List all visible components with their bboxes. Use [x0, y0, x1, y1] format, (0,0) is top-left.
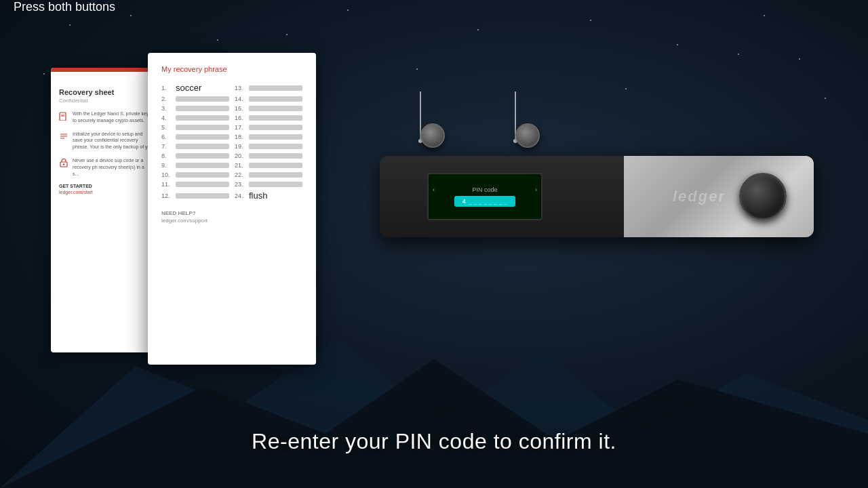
word-num-10: 10. [161, 171, 174, 178]
word-num-24: 24. [235, 192, 247, 199]
word-item-21: 21. [235, 162, 302, 169]
word-text-24: flush [249, 190, 267, 201]
pin-entered-digit: 4 [462, 198, 466, 205]
word-num-19: 19. [235, 143, 247, 150]
word-blur-12 [176, 193, 229, 199]
word-blur-18 [249, 134, 302, 140]
rp-help-link: ledger.com/support [161, 218, 302, 224]
recovery-phrase-title: My recovery phrase [161, 65, 302, 73]
sheet-confidential: Confidential [59, 98, 151, 104]
sheet-section-2: Initialize your device to setup and save… [59, 131, 151, 150]
word-blur-8 [176, 153, 229, 159]
screen-nav: ‹ PIN code › [429, 186, 541, 193]
word-item-13: 13. [235, 83, 302, 93]
device-right-button[interactable] [515, 123, 540, 148]
word-blur-23 [249, 182, 302, 187]
word-num-1: 1. [161, 85, 174, 92]
word-item-20: 20. [235, 152, 302, 159]
sheet-title: Recovery sheet [59, 88, 151, 96]
word-num-8: 8. [161, 152, 174, 159]
ledger-logo: ledger [673, 188, 726, 205]
word-num-9: 9. [161, 162, 174, 169]
word-item-22: 22. [235, 171, 302, 178]
word-item-17: 17. [235, 124, 302, 131]
word-num-2: 2. [161, 96, 174, 102]
word-num-18: 18. [235, 134, 247, 140]
sheet-section-3: Never use a device sup code or a recover… [59, 157, 151, 177]
word-item-7: 7. [161, 143, 229, 150]
word-grid: 1. soccer 13. 2. 14. 3. 15. 4. 1 [161, 83, 302, 201]
word-item-14: 14. [235, 96, 302, 102]
word-blur-14 [249, 96, 302, 102]
word-item-10: 10. [161, 171, 229, 178]
word-blur-6 [176, 134, 229, 140]
recovery-phrase-card: My recovery phrase 1. soccer 13. 2. 14. … [148, 53, 316, 365]
device-navigation-knob[interactable] [739, 173, 787, 220]
list-icon [59, 131, 68, 141]
nav-left-arrow: ‹ [433, 186, 435, 193]
word-item-23: 23. [235, 181, 302, 188]
word-num-11: 11. [161, 181, 174, 188]
screen-title: PIN code [472, 186, 497, 193]
sheet-text-2: Initialize your device to setup and save… [73, 131, 151, 150]
lock-icon [59, 158, 68, 167]
word-item-11: 11. [161, 181, 229, 188]
word-num-3: 3. [161, 105, 174, 112]
word-num-22: 22. [235, 171, 247, 178]
word-blur-13 [249, 85, 302, 91]
word-blur-3 [176, 106, 229, 111]
word-item-8: 8. [161, 152, 229, 159]
word-item-19: 19. [235, 143, 302, 150]
word-text-1: soccer [176, 83, 201, 93]
word-blur-21 [249, 163, 302, 168]
nav-right-arrow: › [535, 186, 537, 193]
word-item-12: 12. [161, 190, 229, 201]
press-buttons-label: Press both buttons [14, 0, 115, 14]
word-num-12: 12. [161, 192, 174, 199]
word-item-15: 15. [235, 105, 302, 112]
recovery-sheet-card: Recovery sheet Confidential With the Led… [51, 68, 159, 352]
word-blur-20 [249, 153, 302, 159]
device-left-button[interactable] [420, 123, 445, 148]
word-num-17: 17. [235, 124, 247, 131]
word-blur-15 [249, 106, 302, 111]
svg-rect-3 [61, 115, 64, 117]
pin-display-bar: 4 _ _ _ _ _ _ _ _ [454, 196, 516, 207]
word-blur-10 [176, 172, 229, 178]
device-silver-cap: ledger [624, 156, 814, 237]
word-num-6: 6. [161, 134, 174, 140]
word-blur-9 [176, 163, 229, 168]
word-item-3: 3. [161, 105, 229, 112]
word-num-20: 20. [235, 152, 247, 159]
word-item-18: 18. [235, 134, 302, 140]
word-blur-7 [176, 144, 229, 149]
subtitle-text: Re-enter your PIN code to confirm it. [0, 429, 868, 454]
word-item-9: 9. [161, 162, 229, 169]
device-body: ‹ PIN code › 4 _ _ _ _ _ _ _ _ ledger [380, 156, 814, 237]
word-item-4: 4. [161, 115, 229, 121]
word-num-4: 4. [161, 115, 174, 121]
word-num-13: 13. [235, 85, 247, 92]
svg-point-8 [63, 163, 64, 165]
word-num-16: 16. [235, 115, 247, 121]
word-blur-19 [249, 144, 302, 149]
word-num-23: 23. [235, 181, 247, 188]
sheet-text-1: With the Ledger Nano S, private keys to … [73, 110, 151, 124]
word-num-5: 5. [161, 124, 174, 131]
word-item-2: 2. [161, 96, 229, 102]
word-blur-4 [176, 115, 229, 121]
sheet-link: ledger.com/start [59, 190, 151, 195]
device-icon [59, 111, 68, 121]
word-blur-5 [176, 125, 229, 130]
word-item-1: 1. soccer [161, 83, 229, 93]
word-num-21: 21. [235, 162, 247, 169]
rp-help-label: NEED HELP? [161, 210, 302, 216]
word-num-7: 7. [161, 143, 174, 150]
word-item-16: 16. [235, 115, 302, 121]
sheet-text-3: Never use a device sup code or a recover… [73, 157, 151, 177]
word-item-24: 24. flush [235, 190, 302, 201]
word-num-15: 15. [235, 105, 247, 112]
pin-dashes: _ _ _ _ _ _ _ _ [469, 198, 508, 205]
word-blur-11 [176, 182, 229, 187]
word-blur-22 [249, 172, 302, 178]
